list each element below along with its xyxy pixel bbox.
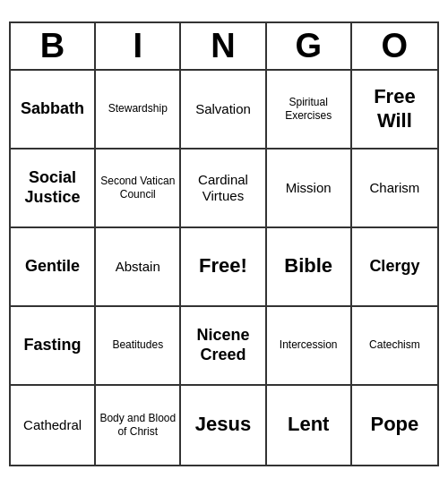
bingo-cell: Spiritual Exercises: [267, 71, 352, 150]
cell-text: Mission: [286, 180, 332, 196]
cell-text: Jesus: [195, 413, 251, 436]
bingo-cell: Free!: [181, 228, 266, 307]
cell-text: Spiritual Exercises: [271, 96, 347, 122]
bingo-cell: Intercession: [267, 307, 352, 386]
cell-text: Salvation: [195, 101, 251, 117]
cell-text: Lent: [288, 413, 329, 436]
bingo-cell: Sabbath: [11, 71, 96, 150]
cell-text: Body and Blood of Christ: [99, 412, 176, 438]
bingo-cell: Social Justice: [11, 150, 96, 228]
cell-text: Free Will: [356, 85, 434, 132]
header-letter: B: [11, 23, 96, 69]
bingo-cell: Catechism: [352, 307, 437, 386]
cell-text: Stewardship: [108, 102, 168, 115]
bingo-cell: Fasting: [11, 307, 96, 386]
bingo-cell: Salvation: [181, 71, 266, 150]
bingo-cell: Second Vatican Council: [96, 150, 181, 228]
bingo-card: BINGO SabbathStewardshipSalvationSpiritu…: [9, 21, 439, 466]
cell-text: Nicene Creed: [185, 326, 261, 364]
cell-text: Charism: [369, 180, 419, 196]
bingo-cell: Gentile: [11, 228, 96, 307]
bingo-cell: Mission: [267, 150, 352, 228]
cell-text: Sabbath: [21, 99, 84, 119]
cell-text: Intercession: [280, 338, 338, 351]
header-letter: N: [181, 23, 266, 69]
header-letter: O: [352, 23, 437, 69]
cell-text: Beatitudes: [112, 338, 163, 351]
cell-text: Pope: [370, 413, 418, 436]
cell-text: Social Justice: [14, 168, 90, 207]
header-letter: I: [96, 23, 181, 69]
cell-text: Bible: [284, 254, 332, 278]
cell-text: Gentile: [25, 257, 80, 277]
bingo-cell: Body and Blood of Christ: [96, 386, 181, 465]
bingo-cell: Stewardship: [96, 71, 181, 150]
bingo-cell: Cardinal Virtues: [181, 150, 266, 228]
bingo-cell: Jesus: [181, 386, 266, 465]
cell-text: Cardinal Virtues: [185, 172, 261, 204]
cell-text: Catechism: [369, 338, 420, 351]
cell-text: Free!: [199, 254, 247, 278]
bingo-cell: Cathedral: [11, 386, 96, 465]
bingo-cell: Beatitudes: [96, 307, 181, 386]
bingo-grid: SabbathStewardshipSalvationSpiritual Exe…: [11, 71, 437, 465]
bingo-header: BINGO: [11, 23, 437, 71]
cell-text: Fasting: [24, 336, 82, 355]
bingo-cell: Bible: [267, 228, 352, 307]
cell-text: Second Vatican Council: [99, 175, 176, 201]
bingo-cell: Abstain: [96, 228, 181, 307]
header-letter: G: [267, 23, 352, 69]
cell-text: Abstain: [116, 259, 160, 275]
bingo-cell: Free Will: [352, 71, 437, 150]
bingo-cell: Pope: [352, 386, 437, 465]
cell-text: Cathedral: [23, 417, 82, 433]
cell-text: Clergy: [369, 257, 419, 277]
bingo-cell: Lent: [267, 386, 352, 465]
bingo-cell: Nicene Creed: [181, 307, 266, 386]
bingo-cell: Charism: [352, 150, 437, 228]
bingo-cell: Clergy: [352, 228, 437, 307]
